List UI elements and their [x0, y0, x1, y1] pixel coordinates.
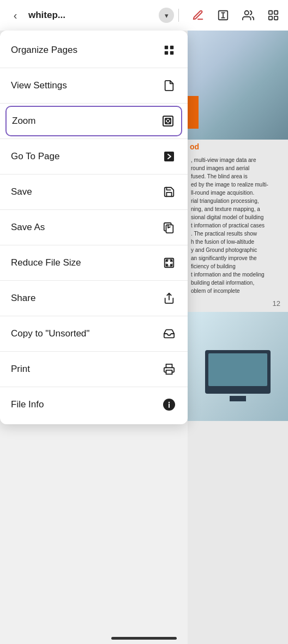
- menu-item-save-as[interactable]: Save As: [0, 212, 188, 243]
- document-icon: [161, 78, 177, 93]
- organize-pages-label: Organize Pages: [11, 45, 77, 56]
- context-menu: Organize Pages View Settings Zoom: [0, 31, 188, 424]
- go-to-page-label: Go To Page: [11, 151, 59, 162]
- share-label: Share: [11, 293, 35, 304]
- header-toolbar: [190, 7, 281, 23]
- separator-7: [0, 280, 188, 281]
- separator-3: [0, 139, 188, 139]
- copy-to-unsorted-label: Copy to "Unsorted": [11, 328, 89, 339]
- page-image-top: [188, 31, 288, 140]
- svg-rect-9: [170, 51, 173, 55]
- menu-item-zoom[interactable]: Zoom: [5, 106, 182, 136]
- save-as-label: Save As: [11, 222, 45, 233]
- separator-10: [0, 387, 188, 387]
- svg-rect-2: [269, 11, 272, 14]
- menu-item-copy-to-unsorted[interactable]: Copy to "Unsorted": [0, 318, 188, 349]
- save-label: Save: [11, 186, 32, 197]
- page-area: 12 od , multi-view image data are round …: [188, 31, 288, 644]
- orange-accent-bar: [188, 96, 199, 129]
- svg-rect-12: [164, 152, 174, 161]
- share-upload-icon: [161, 291, 177, 306]
- menu-item-save[interactable]: Save: [0, 177, 188, 207]
- separator-5: [0, 209, 188, 210]
- saveas-icon: [161, 220, 177, 235]
- title-dropdown-button[interactable]: ▾: [159, 8, 174, 23]
- print-label: Print: [11, 364, 30, 375]
- arrow-right-box-icon: [161, 149, 177, 164]
- zoom-icon: [160, 113, 176, 129]
- save-icon: [161, 184, 177, 200]
- menu-item-print[interactable]: Print: [0, 354, 188, 384]
- menu-item-share[interactable]: Share: [0, 283, 188, 314]
- monitor-illustration: [205, 350, 271, 394]
- separator-6: [0, 245, 188, 245]
- separator-8: [0, 316, 188, 316]
- separator-2: [0, 103, 188, 104]
- svg-point-1: [245, 11, 249, 15]
- view-settings-label: View Settings: [11, 80, 67, 91]
- separator-1: [0, 68, 188, 68]
- menu-item-file-info[interactable]: File Info: [0, 389, 188, 420]
- menu-item-view-settings[interactable]: View Settings: [0, 70, 188, 101]
- menu-item-go-to-page[interactable]: Go To Page: [0, 141, 188, 172]
- separator-4: [0, 174, 188, 174]
- svg-rect-7: [170, 46, 173, 49]
- zoom-label: Zoom: [12, 116, 35, 127]
- reduce-file-size-label: Reduce File Size: [11, 257, 81, 268]
- app-header: ‹ whitep... ▾: [0, 0, 288, 31]
- header-divider: [178, 9, 179, 22]
- annotate-icon[interactable]: [190, 7, 206, 23]
- print-icon: [161, 362, 177, 377]
- svg-rect-6: [165, 46, 168, 49]
- share-people-icon[interactable]: [240, 7, 256, 23]
- text-tool-icon[interactable]: [215, 7, 231, 23]
- svg-rect-4: [269, 16, 272, 20]
- menu-item-reduce-file-size[interactable]: Reduce File Size: [0, 248, 188, 278]
- separator-9: [0, 351, 188, 352]
- svg-rect-8: [165, 51, 168, 55]
- svg-rect-5: [274, 16, 278, 20]
- chevron-down-icon: ▾: [165, 11, 169, 20]
- svg-rect-3: [274, 11, 278, 14]
- orange-text: od: [190, 142, 199, 151]
- grid-icon: [161, 43, 177, 58]
- page-number-bottom: 12: [188, 299, 284, 308]
- home-indicator: [111, 637, 177, 640]
- page-text-content: , multi-view image data are round images…: [188, 152, 288, 299]
- document-title: whitep...: [28, 10, 154, 21]
- info-icon: [161, 397, 177, 412]
- menu-item-organize-pages[interactable]: Organize Pages: [0, 35, 188, 65]
- file-info-label: File Info: [11, 399, 44, 410]
- inbox-icon: [161, 326, 177, 341]
- compress-icon: [161, 255, 177, 270]
- svg-rect-14: [166, 225, 173, 233]
- apps-grid-icon[interactable]: [265, 7, 281, 23]
- back-button[interactable]: ‹: [7, 7, 24, 24]
- svg-rect-17: [166, 370, 172, 374]
